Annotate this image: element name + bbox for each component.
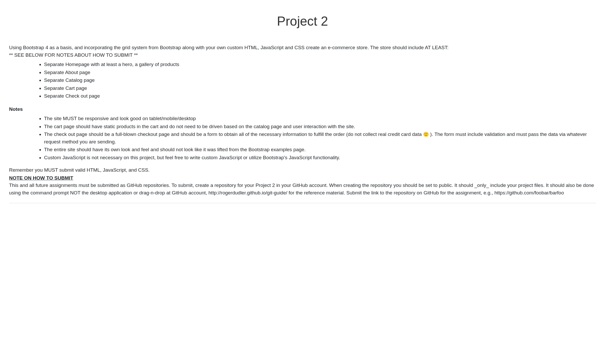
divider xyxy=(9,203,596,203)
list-item: Separate Homepage with at least a hero, … xyxy=(44,61,596,68)
submit-heading: NOTE ON HOW TO SUBMIT xyxy=(9,174,596,182)
intro-line-2: ** SEE BELOW FOR NOTES ABOUT HOW TO SUBM… xyxy=(9,52,138,58)
submit-body: This and all future assignments must be … xyxy=(9,182,596,196)
list-item: Separate Check out page xyxy=(44,92,596,100)
page-title: Project 2 xyxy=(9,12,596,31)
intro-paragraph: Using Bootstrap 4 as a basis, and incorp… xyxy=(9,44,596,59)
list-item: The check out page should be a full-blow… xyxy=(44,131,596,145)
list-item: The site MUST be responsive and look goo… xyxy=(44,115,596,122)
notes-list: The site MUST be responsive and look goo… xyxy=(9,115,596,161)
smiley-icon: 🙂 xyxy=(423,131,429,138)
list-item: Separate Cart page xyxy=(44,85,596,92)
list-item: The cart page should have static product… xyxy=(44,123,596,130)
notes-heading: Notes xyxy=(9,106,596,113)
requirements-list: Separate Homepage with at least a hero, … xyxy=(9,61,596,100)
list-item: Separate Catalog page xyxy=(44,77,596,84)
note-prefix: The check out page should be a full-blow… xyxy=(44,132,423,137)
list-item: Separate About page xyxy=(44,69,596,76)
list-item: Custom JavaScript is not necessary on th… xyxy=(44,154,596,162)
remember-text: Remember you MUST submit valid HTML, Jav… xyxy=(9,166,596,174)
intro-line-1: Using Bootstrap 4 as a basis, and incorp… xyxy=(9,45,449,50)
list-item: The entire site should have its own look… xyxy=(44,146,596,154)
